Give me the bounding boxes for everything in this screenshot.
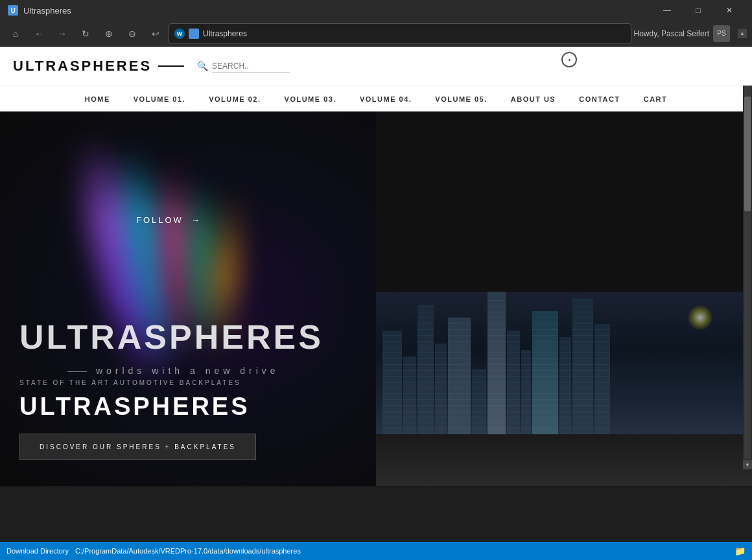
right-top-panel xyxy=(376,111,752,292)
wp-icon: W xyxy=(174,29,185,39)
minimize-button[interactable]: — xyxy=(652,0,682,21)
search-icon: 🔍 xyxy=(197,61,208,71)
home-button[interactable]: ⌂ xyxy=(5,25,26,43)
titlebar: U Ultraspheres — □ ✕ xyxy=(0,0,752,21)
nav-volume05[interactable]: VOLUME 05. xyxy=(423,86,499,112)
scrollbar-thumb[interactable] xyxy=(744,97,751,211)
scrollbar-track[interactable] xyxy=(744,78,751,459)
nav-volume02[interactable]: VOLUME 02. xyxy=(197,86,272,112)
hero-title-large: ULTRASPHERES xyxy=(19,318,323,356)
building-4 xyxy=(435,344,447,434)
building-2 xyxy=(403,356,416,434)
building-12 xyxy=(572,298,593,434)
city-road xyxy=(376,434,752,486)
search-input[interactable] xyxy=(212,60,290,73)
howdy-section: Howdy, Pascal Seifert PS xyxy=(634,25,736,42)
city-buildings xyxy=(376,292,752,434)
nav-home[interactable]: HOME xyxy=(73,86,122,112)
logo-line xyxy=(158,65,184,67)
zoom-in-button[interactable]: ⊕ xyxy=(99,25,119,43)
nav-volume03[interactable]: VOLUME 03. xyxy=(273,86,348,112)
site-nav: HOME VOLUME 01. VOLUME 02. VOLUME 03. VO… xyxy=(0,86,752,111)
nav-volume04[interactable]: VOLUME 04. xyxy=(348,86,423,112)
scrollbar-up-button[interactable]: ▲ xyxy=(738,29,747,38)
search-area: 🔍 xyxy=(197,60,290,73)
scrollbar-bottom-button[interactable]: ▼ xyxy=(743,460,752,469)
forward-button[interactable]: → xyxy=(52,25,73,43)
hero-subtitle: worlds with a new drive xyxy=(65,366,279,376)
building-13 xyxy=(594,324,610,434)
building-5 xyxy=(448,318,471,434)
hero-area: FOLLOW → ULTRASPHERES worlds with a new … xyxy=(0,111,752,486)
right-bottom-panel xyxy=(376,292,752,486)
statusbar-label: Download Directory xyxy=(6,547,69,555)
building-10 xyxy=(532,311,558,434)
address-bar[interactable]: W Ultraspheres xyxy=(169,23,631,44)
nav-aboutus[interactable]: ABOUT US xyxy=(499,86,567,112)
site-header: ULTRASPHERES 🔍 xyxy=(0,47,752,86)
cursor-dot xyxy=(569,59,570,61)
subtitle-text: worlds with a new drive xyxy=(96,366,279,376)
follow-label: FOLLOW xyxy=(136,215,183,225)
building-11 xyxy=(559,337,571,434)
browser-scrollbar[interactable]: ▲ ▼ xyxy=(743,67,752,469)
building-7 xyxy=(488,292,506,434)
hero-right xyxy=(376,111,752,486)
cta-brand: ULTRASPHERES xyxy=(19,393,357,421)
refresh-button[interactable]: ↻ xyxy=(75,25,96,43)
titlebar-left: U Ultraspheres xyxy=(8,5,71,16)
folder-icon[interactable]: 📁 xyxy=(734,546,746,556)
history-button[interactable]: ↩ xyxy=(145,25,166,43)
nav-volume01[interactable]: VOLUME 01. xyxy=(122,86,197,112)
cursor-indicator xyxy=(561,52,577,67)
zoom-out-button[interactable]: ⊖ xyxy=(122,25,143,43)
browser-toolbar: ⌂ ← → ↻ ⊕ ⊖ ↩ W Ultraspheres Howdy, Pasc… xyxy=(0,21,752,47)
address-text: Ultraspheres xyxy=(203,29,626,38)
titlebar-controls: — □ ✕ xyxy=(652,0,744,21)
follow-arrow-icon: → xyxy=(191,215,202,225)
howdy-text: Howdy, Pascal Seifert xyxy=(634,29,710,38)
subtitle-line xyxy=(67,371,87,372)
building-3 xyxy=(417,305,434,434)
cta-small-text: STATE OF THE ART AUTOMOTIVE BACKPLATES xyxy=(19,379,357,386)
window-title: Ultraspheres xyxy=(23,6,71,16)
follow-text: FOLLOW → xyxy=(136,215,202,225)
website-content: ULTRASPHERES 🔍 HOME VOLUME 01. VOLUME 02… xyxy=(0,47,752,487)
hero-cta-section: STATE OF THE ART AUTOMOTIVE BACKPLATES U… xyxy=(19,379,357,460)
cta-button[interactable]: DISCOVER OUR SPHERES + BACKPLATES xyxy=(19,434,256,460)
back-button[interactable]: ← xyxy=(29,25,49,43)
close-button[interactable]: ✕ xyxy=(714,0,744,21)
building-9 xyxy=(521,350,531,434)
statusbar: Download Directory C:/ProgramData/Autode… xyxy=(0,542,752,560)
hero-left: FOLLOW → ULTRASPHERES worlds with a new … xyxy=(0,111,376,486)
building-6 xyxy=(472,369,486,434)
user-avatar: PS xyxy=(713,25,730,42)
statusbar-path: C:/ProgramData/Autodesk/VREDPro-17.0/dat… xyxy=(75,547,301,555)
site-favicon xyxy=(189,29,199,39)
site-logo: ULTRASPHERES xyxy=(13,58,152,75)
nav-cart[interactable]: CART xyxy=(632,86,679,112)
building-1 xyxy=(382,331,402,434)
building-8 xyxy=(507,331,520,434)
maximize-button[interactable]: □ xyxy=(683,0,713,21)
nav-contact[interactable]: CONTACT xyxy=(567,86,631,112)
app-icon: U xyxy=(8,5,18,16)
